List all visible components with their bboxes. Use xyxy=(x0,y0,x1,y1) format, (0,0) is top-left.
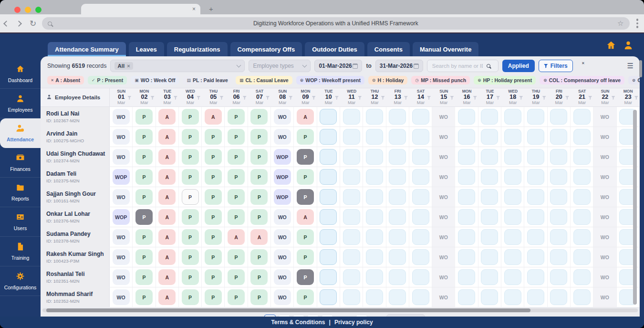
attendance-chip[interactable]: WO xyxy=(274,289,291,305)
attendance-chip[interactable]: WO xyxy=(274,229,291,245)
attendance-chip[interactable] xyxy=(320,249,337,265)
attendance-chip[interactable]: WO xyxy=(113,249,130,265)
attendance-chip[interactable]: WO xyxy=(596,109,613,125)
attendance-chip[interactable]: P xyxy=(182,109,199,125)
attendance-chip[interactable]: P xyxy=(297,189,314,205)
column-filter-icon[interactable] xyxy=(312,96,316,100)
column-filter-icon[interactable] xyxy=(612,96,615,100)
attendance-chip[interactable] xyxy=(366,189,383,205)
attendance-chip[interactable] xyxy=(504,169,521,185)
column-filter-icon[interactable] xyxy=(496,96,500,100)
attendance-chip[interactable] xyxy=(481,149,498,165)
tab-regularizations[interactable]: Regularizations xyxy=(167,42,228,56)
attendance-chip[interactable]: P xyxy=(250,169,268,185)
attendance-chip[interactable]: A xyxy=(205,109,222,125)
attendance-chip[interactable]: P xyxy=(135,149,153,165)
attendance-chip[interactable] xyxy=(458,109,475,125)
attendance-chip[interactable] xyxy=(412,189,429,205)
attendance-chip[interactable] xyxy=(343,289,360,305)
attendance-chip[interactable]: WO xyxy=(435,229,452,245)
attendance-chip[interactable]: P xyxy=(297,229,314,245)
attendance-chip[interactable]: WOP xyxy=(113,209,130,225)
attendance-chip[interactable]: P xyxy=(205,209,222,225)
privacy-link[interactable]: Privacy policy xyxy=(334,319,373,326)
attendance-chip[interactable]: P xyxy=(228,189,245,205)
attendance-chip[interactable]: A xyxy=(158,149,176,165)
attendance-chip[interactable]: WO xyxy=(113,229,130,245)
attendance-chip[interactable]: WO xyxy=(596,269,613,285)
column-filter-icon[interactable] xyxy=(219,96,223,100)
attendance-chip[interactable]: P xyxy=(135,289,153,305)
tab-attendance-summary[interactable]: Attendance Summary xyxy=(48,42,126,56)
attendance-chip[interactable] xyxy=(320,149,337,165)
attendance-chip[interactable] xyxy=(481,209,498,225)
attendance-chip[interactable]: P xyxy=(250,129,268,145)
attendance-chip[interactable]: WO xyxy=(435,149,452,165)
column-filter-icon[interactable] xyxy=(151,96,155,100)
attendance-chip[interactable] xyxy=(389,109,406,125)
tab-close-icon[interactable]: × xyxy=(192,6,196,12)
attendance-chip[interactable]: WO xyxy=(113,109,130,125)
attendance-chip[interactable]: WO xyxy=(596,229,613,245)
date-from-field[interactable]: 01-Mar-2026 xyxy=(314,60,362,72)
column-filter-icon[interactable] xyxy=(127,96,131,100)
attendance-chip[interactable]: WO xyxy=(435,129,452,145)
attendance-chip[interactable]: P xyxy=(250,209,268,225)
horizontal-scrollbar[interactable] xyxy=(42,308,638,312)
attendance-chip[interactable] xyxy=(527,109,544,125)
attendance-chip[interactable] xyxy=(343,169,360,185)
attendance-chip[interactable] xyxy=(527,189,544,205)
attendance-chip[interactable] xyxy=(550,189,567,205)
attendance-chip[interactable]: WOP xyxy=(274,169,291,185)
attendance-chip[interactable] xyxy=(504,149,521,165)
attendance-chip[interactable] xyxy=(412,109,429,125)
attendance-chip[interactable]: P xyxy=(250,189,268,205)
attendance-chip[interactable] xyxy=(481,109,498,125)
attendance-chip[interactable]: P xyxy=(297,129,314,145)
attendance-chip[interactable] xyxy=(389,129,406,145)
attendance-chip[interactable]: P xyxy=(205,149,222,165)
sidebar-item-employees[interactable]: Employees xyxy=(0,89,41,118)
attendance-chip[interactable]: A xyxy=(250,229,268,245)
attendance-chip[interactable]: P xyxy=(250,289,268,305)
attendance-chip[interactable]: P xyxy=(135,269,153,285)
attendance-chip[interactable] xyxy=(389,169,406,185)
sidebar-item-configurations[interactable]: Configurations xyxy=(0,266,41,296)
employee-cell[interactable]: Roshanlal TeliID: 102351-M2N xyxy=(41,267,110,287)
new-tab-button[interactable]: + xyxy=(209,5,213,13)
home-icon[interactable] xyxy=(606,40,616,53)
attendance-chip[interactable]: P xyxy=(182,149,199,165)
column-filter-icon[interactable] xyxy=(519,96,523,100)
attendance-chip[interactable]: WO xyxy=(435,269,452,285)
sidebar-item-attendance[interactable]: Attendance xyxy=(0,118,41,148)
attendance-chip[interactable] xyxy=(481,269,498,285)
attendance-chip[interactable]: WO xyxy=(274,249,291,265)
column-filter-icon[interactable] xyxy=(565,96,569,100)
attendance-chip[interactable]: P xyxy=(182,229,199,245)
attendance-chip[interactable]: P xyxy=(297,289,314,305)
attendance-chip[interactable] xyxy=(527,209,544,225)
attendance-chip[interactable]: WOP xyxy=(113,169,130,185)
attendance-chip[interactable]: A xyxy=(297,109,314,125)
attendance-chip[interactable] xyxy=(320,289,337,305)
attendance-chip[interactable] xyxy=(320,169,337,185)
attendance-chip[interactable] xyxy=(366,249,383,265)
attendance-chip[interactable] xyxy=(573,169,591,185)
attendance-chip[interactable] xyxy=(504,209,521,225)
minimize-window-button[interactable] xyxy=(25,7,31,13)
attendance-chip[interactable] xyxy=(366,269,383,285)
tab-leaves[interactable]: Leaves xyxy=(129,42,164,56)
attendance-chip[interactable]: A xyxy=(158,129,176,145)
column-filter-icon[interactable] xyxy=(174,96,177,100)
attendance-chip[interactable]: WO xyxy=(596,149,613,165)
attendance-chip[interactable]: P xyxy=(135,169,153,185)
attendance-chip[interactable]: P xyxy=(182,169,199,185)
attendance-chip[interactable]: P xyxy=(135,109,153,125)
employee-cell[interactable]: Udai Singh ChudawatID: 102374-M2N xyxy=(41,147,110,167)
attendance-chip[interactable]: P xyxy=(205,289,222,305)
sidebar-item-training[interactable]: Training xyxy=(0,237,41,266)
attendance-chip[interactable]: A xyxy=(158,169,176,185)
attendance-chip[interactable]: P xyxy=(250,269,268,285)
attendance-chip[interactable]: WOP xyxy=(274,189,291,205)
column-filter-icon[interactable] xyxy=(358,96,362,100)
